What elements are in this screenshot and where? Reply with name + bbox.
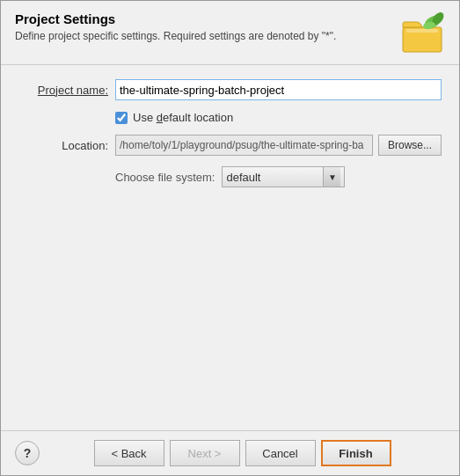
use-default-location-checkbox[interactable] bbox=[115, 112, 128, 124]
browse-button[interactable]: Browse... bbox=[378, 135, 442, 156]
dialog-content: Project name: Use default location Locat… bbox=[1, 65, 459, 430]
next-button[interactable]: Next > bbox=[170, 440, 240, 466]
project-name-row: Project name: bbox=[18, 79, 442, 100]
svg-rect-4 bbox=[406, 29, 438, 33]
use-default-location-row: Use default location bbox=[18, 111, 442, 124]
filesystem-label: Choose file system: bbox=[115, 171, 215, 184]
help-button[interactable]: ? bbox=[15, 441, 40, 465]
cancel-button[interactable]: Cancel bbox=[245, 440, 316, 466]
folder-icon bbox=[399, 11, 445, 57]
filesystem-select[interactable]: default ▼ bbox=[222, 166, 345, 187]
dialog-title: Project Settings bbox=[15, 11, 391, 26]
dialog-header: Project Settings Define project specific… bbox=[1, 1, 459, 65]
project-name-input[interactable] bbox=[115, 79, 442, 100]
location-row: Location: Browse... bbox=[18, 135, 442, 156]
back-button[interactable]: < Back bbox=[94, 440, 164, 466]
footer-buttons: < Back Next > Cancel Finish bbox=[40, 440, 445, 466]
location-label: Location: bbox=[18, 139, 115, 152]
filesystem-dropdown-arrow: ▼ bbox=[323, 167, 340, 187]
dialog-subtitle: Define project specific settings. Requir… bbox=[15, 30, 391, 42]
finish-button[interactable]: Finish bbox=[321, 440, 391, 466]
project-name-label: Project name: bbox=[18, 84, 115, 97]
project-settings-dialog: Project Settings Define project specific… bbox=[0, 0, 460, 476]
dialog-footer: ? < Back Next > Cancel Finish bbox=[1, 430, 459, 475]
filesystem-row: Choose file system: default ▼ bbox=[18, 166, 442, 187]
use-default-location-label[interactable]: Use default location bbox=[133, 111, 233, 124]
location-input bbox=[115, 135, 373, 156]
header-text-block: Project Settings Define project specific… bbox=[15, 11, 391, 42]
filesystem-value: default bbox=[226, 171, 319, 184]
